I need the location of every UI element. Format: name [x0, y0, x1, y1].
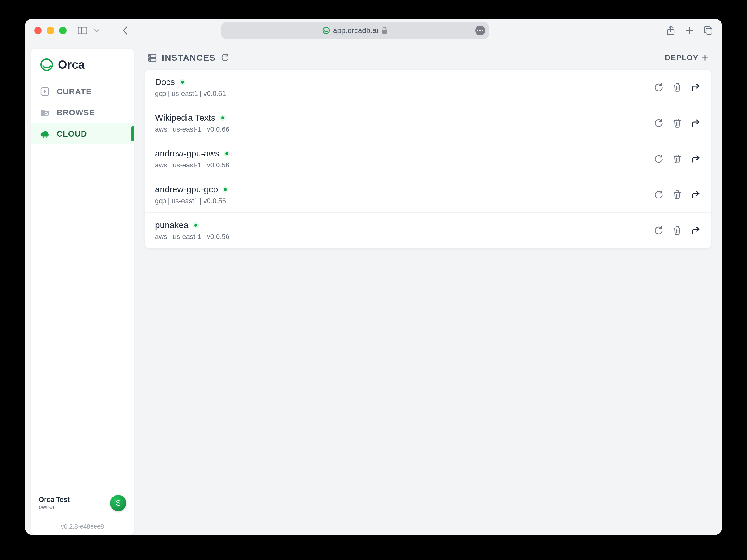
refresh-instance-icon[interactable] — [654, 154, 664, 164]
open-instance-icon[interactable] — [691, 118, 701, 128]
cloud-icon — [40, 129, 50, 139]
sidebar-item-browse[interactable]: BROWSE — [31, 102, 134, 123]
nav: CURATE BROWSE CLOUD — [31, 79, 134, 146]
svg-point-8 — [41, 59, 52, 70]
page-title-text: INSTANCES — [162, 53, 216, 63]
instance-meta: aws | us-east-1 | v0.0.56 — [155, 233, 229, 241]
instance-name: punakea — [155, 220, 188, 230]
instances-list: Docsgcp | us-east1 | v0.0.61Wikipedia Te… — [145, 70, 711, 248]
instance-meta: gcp | us-east1 | v0.0.56 — [155, 197, 229, 205]
window-zoom-button[interactable] — [59, 27, 67, 34]
sidebar-item-label: CLOUD — [57, 129, 87, 139]
browser-window: app.orcadb.ai ••• Orca — [25, 19, 722, 535]
deploy-label: DEPLOY — [665, 54, 698, 62]
browse-icon — [40, 108, 50, 117]
status-indicator-icon — [193, 222, 199, 229]
lock-icon — [381, 27, 387, 34]
sidebar-toggle-icon[interactable] — [78, 26, 87, 35]
refresh-all-icon[interactable] — [221, 54, 229, 62]
instance-name: andrew-gpu-aws — [155, 149, 220, 159]
instance-name: andrew-gpu-gcp — [155, 185, 218, 194]
instance-name: Docs — [155, 77, 175, 87]
instance-meta: aws | us-east-1 | v0.0.66 — [155, 125, 229, 133]
app-version: v0.2.8-e48eee8 — [31, 518, 134, 535]
tabs-overview-icon[interactable] — [703, 26, 713, 35]
user-row[interactable]: Orca Test owner S — [31, 488, 134, 518]
orca-logo-icon — [40, 58, 54, 72]
status-indicator-icon — [222, 186, 229, 193]
instance-meta: aws | us-east-1 | v0.0.56 — [155, 161, 230, 169]
status-indicator-icon — [220, 115, 226, 121]
brand-name: Orca — [58, 58, 85, 72]
sidebar-item-cloud[interactable]: CLOUD — [31, 123, 134, 144]
status-indicator-icon — [224, 151, 230, 157]
new-tab-icon[interactable] — [685, 26, 694, 35]
deploy-button[interactable]: DEPLOY — [665, 54, 709, 62]
svg-rect-3 — [382, 30, 387, 34]
svg-point-2 — [323, 27, 329, 34]
user-role: owner — [38, 504, 70, 510]
brand: Orca — [31, 49, 134, 79]
open-instance-icon[interactable] — [691, 190, 701, 200]
window-close-button[interactable] — [34, 27, 42, 34]
refresh-instance-icon[interactable] — [654, 118, 664, 128]
status-indicator-icon — [179, 79, 185, 85]
sidebar-item-label: CURATE — [57, 87, 92, 97]
refresh-instance-icon[interactable] — [654, 225, 664, 236]
curate-icon — [40, 86, 50, 97]
sidebar-item-label: BROWSE — [57, 108, 95, 117]
sidebar: Orca CURATE BROWSE — [31, 49, 134, 535]
traffic-lights — [34, 27, 67, 34]
sidebar-item-curate[interactable]: CURATE — [31, 81, 134, 102]
svg-rect-0 — [78, 27, 87, 34]
refresh-instance-icon[interactable] — [654, 82, 664, 92]
avatar[interactable]: S — [110, 495, 126, 511]
svg-rect-7 — [706, 28, 712, 34]
chevron-down-icon[interactable] — [92, 26, 101, 35]
main-panel: INSTANCES DEPLOY Docsgcp | us-east1 | v0… — [134, 42, 722, 535]
back-button[interactable] — [121, 26, 130, 35]
svg-point-19 — [150, 59, 151, 60]
titlebar: app.orcadb.ai ••• — [25, 19, 722, 42]
delete-instance-icon[interactable] — [672, 225, 682, 236]
user-name: Orca Test — [38, 496, 70, 504]
instance-row[interactable]: Docsgcp | us-east1 | v0.0.61 — [145, 70, 711, 105]
share-icon[interactable] — [666, 26, 675, 35]
address-bar[interactable]: app.orcadb.ai ••• — [221, 22, 489, 38]
delete-instance-icon[interactable] — [672, 82, 682, 92]
delete-instance-icon[interactable] — [672, 190, 682, 200]
server-icon — [148, 53, 157, 62]
instance-row[interactable]: Wikipedia Textsaws | us-east-1 | v0.0.66 — [145, 105, 711, 141]
instance-row[interactable]: andrew-gpu-gcpgcp | us-east1 | v0.0.56 — [145, 177, 711, 213]
delete-instance-icon[interactable] — [672, 154, 682, 164]
refresh-instance-icon[interactable] — [654, 190, 664, 200]
svg-marker-10 — [44, 90, 46, 93]
instance-row[interactable]: andrew-gpu-awsaws | us-east-1 | v0.0.56 — [145, 141, 711, 177]
address-more-button[interactable]: ••• — [475, 26, 485, 35]
site-favicon-icon — [323, 27, 330, 34]
delete-instance-icon[interactable] — [672, 118, 682, 128]
instance-meta: gcp | us-east1 | v0.0.61 — [155, 89, 226, 98]
open-instance-icon[interactable] — [691, 82, 701, 92]
main-header: INSTANCES DEPLOY — [145, 50, 711, 70]
open-instance-icon[interactable] — [691, 154, 701, 164]
content-area: Orca CURATE BROWSE — [25, 42, 722, 535]
open-instance-icon[interactable] — [691, 225, 701, 236]
instance-name: Wikipedia Texts — [155, 113, 215, 123]
address-text: app.orcadb.ai — [333, 26, 378, 35]
svg-point-18 — [150, 55, 151, 56]
page-title: INSTANCES — [148, 53, 229, 63]
window-minimize-button[interactable] — [47, 27, 54, 34]
plus-icon — [701, 54, 709, 61]
instance-row[interactable]: punakeaaws | us-east-1 | v0.0.56 — [145, 213, 711, 248]
